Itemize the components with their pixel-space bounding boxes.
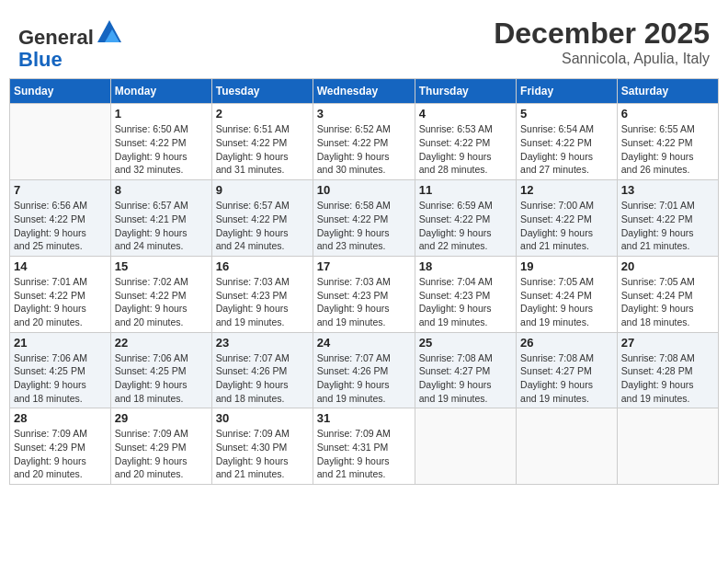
day-info: Sunrise: 6:51 AMSunset: 4:22 PMDaylight:…	[216, 122, 309, 177]
day-info: Sunrise: 6:57 AMSunset: 4:21 PMDaylight:…	[115, 199, 208, 253]
day-info: Sunrise: 6:52 AMSunset: 4:22 PMDaylight:…	[317, 122, 411, 177]
day-info: Sunrise: 7:09 AMSunset: 4:31 PMDaylight:…	[317, 427, 411, 481]
day-info: Sunrise: 7:01 AMSunset: 4:22 PMDaylight:…	[14, 275, 107, 329]
day-info: Sunrise: 7:06 AMSunset: 4:25 PMDaylight:…	[14, 351, 107, 406]
day-number: 1	[115, 107, 208, 121]
day-number: 26	[520, 336, 613, 350]
day-info: Sunrise: 7:01 AMSunset: 4:22 PMDaylight:…	[621, 199, 714, 253]
day-number: 8	[115, 183, 208, 197]
calendar-header-friday: Friday	[517, 79, 618, 104]
day-number: 13	[621, 183, 714, 197]
day-number: 18	[419, 259, 512, 273]
day-info: Sunrise: 7:06 AMSunset: 4:25 PMDaylight:…	[115, 351, 208, 406]
calendar-cell: 15Sunrise: 7:02 AMSunset: 4:22 PMDayligh…	[110, 256, 211, 332]
calendar-cell: 21Sunrise: 7:06 AMSunset: 4:25 PMDayligh…	[10, 332, 111, 408]
calendar-cell: 7Sunrise: 6:56 AMSunset: 4:22 PMDaylight…	[10, 180, 111, 257]
calendar-cell: 19Sunrise: 7:05 AMSunset: 4:24 PMDayligh…	[517, 256, 618, 332]
day-info: Sunrise: 7:08 AMSunset: 4:28 PMDaylight:…	[621, 351, 714, 406]
day-number: 6	[621, 107, 714, 121]
day-info: Sunrise: 6:59 AMSunset: 4:22 PMDaylight:…	[419, 199, 512, 253]
calendar-cell: 30Sunrise: 7:09 AMSunset: 4:30 PMDayligh…	[211, 408, 313, 485]
day-info: Sunrise: 7:07 AMSunset: 4:26 PMDaylight:…	[216, 351, 309, 406]
day-number: 25	[419, 336, 512, 350]
logo-general-text: General	[18, 26, 94, 49]
day-info: Sunrise: 6:56 AMSunset: 4:22 PMDaylight:…	[14, 199, 107, 253]
calendar-cell: 9Sunrise: 6:57 AMSunset: 4:22 PMDaylight…	[211, 180, 313, 257]
calendar-cell	[10, 104, 111, 180]
day-number: 11	[419, 183, 512, 197]
day-info: Sunrise: 7:09 AMSunset: 4:29 PMDaylight:…	[14, 427, 107, 481]
day-number: 2	[216, 107, 309, 121]
calendar-cell: 13Sunrise: 7:01 AMSunset: 4:22 PMDayligh…	[617, 180, 718, 257]
calendar-cell: 23Sunrise: 7:07 AMSunset: 4:26 PMDayligh…	[211, 332, 313, 408]
calendar-cell	[617, 408, 718, 485]
calendar-cell	[415, 408, 516, 485]
calendar-week-1: 1Sunrise: 6:50 AMSunset: 4:22 PMDaylight…	[10, 104, 719, 180]
calendar-cell: 18Sunrise: 7:04 AMSunset: 4:23 PMDayligh…	[415, 256, 516, 332]
page-header: General Blue December 2025 Sannicola, Ap…	[9, 9, 719, 71]
day-number: 22	[115, 336, 208, 350]
calendar-header-tuesday: Tuesday	[211, 79, 313, 104]
day-number: 27	[621, 336, 714, 350]
day-info: Sunrise: 7:03 AMSunset: 4:23 PMDaylight:…	[216, 275, 309, 329]
day-info: Sunrise: 7:08 AMSunset: 4:27 PMDaylight:…	[419, 351, 512, 406]
day-info: Sunrise: 7:07 AMSunset: 4:26 PMDaylight:…	[317, 351, 411, 406]
day-number: 15	[115, 259, 208, 273]
day-info: Sunrise: 6:54 AMSunset: 4:22 PMDaylight:…	[520, 122, 613, 177]
calendar-cell: 3Sunrise: 6:52 AMSunset: 4:22 PMDaylight…	[313, 104, 415, 180]
location-title: Sannicola, Apulia, Italy	[494, 51, 710, 67]
calendar-cell: 24Sunrise: 7:07 AMSunset: 4:26 PMDayligh…	[313, 332, 415, 408]
calendar-cell: 29Sunrise: 7:09 AMSunset: 4:29 PMDayligh…	[110, 408, 211, 485]
day-number: 7	[14, 183, 107, 197]
calendar-cell: 16Sunrise: 7:03 AMSunset: 4:23 PMDayligh…	[211, 256, 313, 332]
day-number: 12	[520, 183, 613, 197]
calendar-cell: 1Sunrise: 6:50 AMSunset: 4:22 PMDaylight…	[110, 104, 211, 180]
day-number: 5	[520, 107, 613, 121]
day-number: 24	[317, 336, 411, 350]
calendar-cell: 28Sunrise: 7:09 AMSunset: 4:29 PMDayligh…	[10, 408, 111, 485]
calendar-cell: 31Sunrise: 7:09 AMSunset: 4:31 PMDayligh…	[313, 408, 415, 485]
day-number: 28	[14, 411, 107, 425]
day-info: Sunrise: 7:09 AMSunset: 4:30 PMDaylight:…	[216, 427, 309, 481]
day-number: 9	[216, 183, 309, 197]
day-info: Sunrise: 7:02 AMSunset: 4:22 PMDaylight:…	[115, 275, 208, 329]
calendar-cell: 11Sunrise: 6:59 AMSunset: 4:22 PMDayligh…	[415, 180, 516, 257]
day-number: 3	[317, 107, 411, 121]
day-number: 20	[621, 259, 714, 273]
day-number: 19	[520, 259, 613, 273]
title-block: December 2025 Sannicola, Apulia, Italy	[494, 17, 710, 67]
day-number: 10	[317, 183, 411, 197]
calendar-header-saturday: Saturday	[617, 79, 718, 104]
day-number: 29	[115, 411, 208, 425]
calendar-cell: 27Sunrise: 7:08 AMSunset: 4:28 PMDayligh…	[617, 332, 718, 408]
calendar-week-2: 7Sunrise: 6:56 AMSunset: 4:22 PMDaylight…	[10, 180, 719, 257]
calendar-cell: 22Sunrise: 7:06 AMSunset: 4:25 PMDayligh…	[110, 332, 211, 408]
calendar-table: SundayMondayTuesdayWednesdayThursdayFrid…	[9, 78, 719, 485]
logo-icon	[96, 17, 123, 44]
calendar-header-thursday: Thursday	[415, 79, 516, 104]
day-number: 30	[216, 411, 309, 425]
day-info: Sunrise: 7:08 AMSunset: 4:27 PMDaylight:…	[520, 351, 613, 406]
day-number: 14	[14, 259, 107, 273]
day-info: Sunrise: 6:58 AMSunset: 4:22 PMDaylight:…	[317, 199, 411, 253]
day-info: Sunrise: 6:57 AMSunset: 4:22 PMDaylight:…	[216, 199, 309, 253]
day-number: 31	[317, 411, 411, 425]
calendar-cell	[517, 408, 618, 485]
month-title: December 2025	[494, 17, 710, 51]
calendar-cell: 25Sunrise: 7:08 AMSunset: 4:27 PMDayligh…	[415, 332, 516, 408]
day-info: Sunrise: 6:53 AMSunset: 4:22 PMDaylight:…	[419, 122, 512, 177]
day-info: Sunrise: 7:09 AMSunset: 4:29 PMDaylight:…	[115, 427, 208, 481]
day-number: 23	[216, 336, 309, 350]
calendar-header-monday: Monday	[110, 79, 211, 104]
day-number: 16	[216, 259, 309, 273]
calendar-week-5: 28Sunrise: 7:09 AMSunset: 4:29 PMDayligh…	[10, 408, 719, 485]
calendar-week-3: 14Sunrise: 7:01 AMSunset: 4:22 PMDayligh…	[10, 256, 719, 332]
calendar-cell: 8Sunrise: 6:57 AMSunset: 4:21 PMDaylight…	[110, 180, 211, 257]
calendar-cell: 6Sunrise: 6:55 AMSunset: 4:22 PMDaylight…	[617, 104, 718, 180]
calendar-header-sunday: Sunday	[10, 79, 111, 104]
calendar-cell: 12Sunrise: 7:00 AMSunset: 4:22 PMDayligh…	[517, 180, 618, 257]
logo-blue-text: Blue	[18, 48, 63, 71]
day-number: 4	[419, 107, 512, 121]
calendar-cell: 5Sunrise: 6:54 AMSunset: 4:22 PMDaylight…	[517, 104, 618, 180]
calendar-cell: 4Sunrise: 6:53 AMSunset: 4:22 PMDaylight…	[415, 104, 516, 180]
